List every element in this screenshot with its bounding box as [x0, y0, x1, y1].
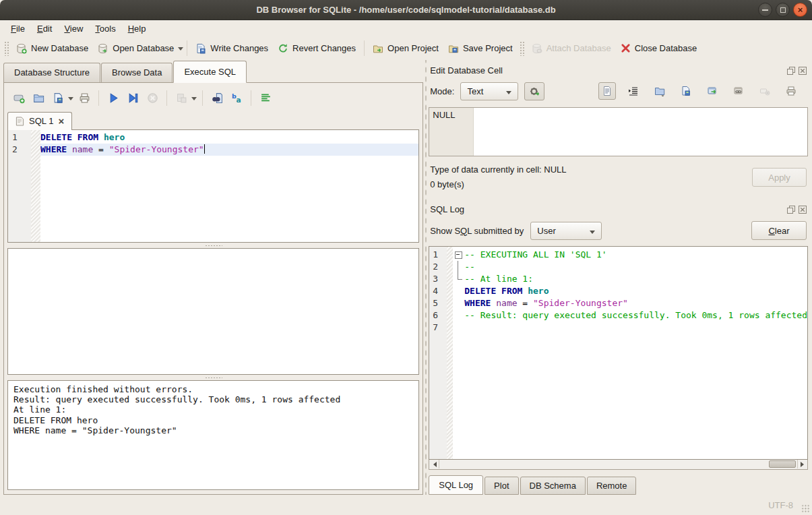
save-sql-dropdown-arrow[interactable]: [68, 97, 73, 103]
print-button[interactable]: [75, 89, 93, 107]
revert-changes-button[interactable]: Revert Changes: [273, 40, 361, 57]
dock-float-icon[interactable]: [787, 206, 795, 214]
code-line[interactable]: 2--: [429, 261, 807, 273]
open-sql-file-button[interactable]: [30, 89, 47, 107]
minimize-button[interactable]: [758, 3, 772, 17]
execute-line-button[interactable]: [124, 89, 142, 107]
menu-edit[interactable]: Edit: [31, 22, 58, 36]
print-cell-button[interactable]: [782, 82, 800, 100]
log-filter-select[interactable]: User: [530, 222, 602, 240]
dock-float-icon[interactable]: [787, 67, 795, 75]
toolbar-drag-handle[interactable]: [520, 41, 525, 56]
revert-changes-label: Revert Changes: [292, 43, 356, 53]
code-line[interactable]: 3-- At line 1:: [429, 273, 807, 285]
attach-database-icon: [532, 43, 542, 54]
set-null-icon: [759, 86, 770, 96]
autocomplete-button[interactable]: ba: [228, 89, 245, 107]
menu-view[interactable]: View: [58, 22, 89, 36]
execute-all-button[interactable]: [104, 89, 122, 107]
import-data-button[interactable]: [651, 82, 668, 100]
format-sql-button[interactable]: [257, 89, 274, 107]
cell-mode-row: Mode: Text: [429, 78, 808, 104]
resize-grip[interactable]: [801, 504, 810, 513]
log-filter-label: Show SQL submitted by: [430, 226, 524, 236]
scroll-right-arrow[interactable]: [797, 460, 807, 468]
tab-plot[interactable]: Plot: [485, 477, 518, 495]
open-project-button[interactable]: Open Project: [368, 40, 443, 57]
tab-database-structure[interactable]: Database Structure: [3, 63, 100, 82]
sql-tab[interactable]: SQL 1 ×: [7, 112, 72, 130]
new-database-icon: [16, 43, 27, 54]
tab-remote[interactable]: Remote: [587, 477, 637, 495]
cell-value-editor[interactable]: NULL: [429, 107, 808, 156]
code-line[interactable]: 1DELETE FROM hero: [8, 131, 418, 144]
find-replace-button[interactable]: [208, 89, 226, 107]
new-database-button[interactable]: New Database: [11, 40, 93, 57]
text-view-button[interactable]: [598, 82, 616, 100]
open-external-button[interactable]: [704, 82, 721, 100]
copy-link-button[interactable]: [730, 82, 747, 100]
new-query-tab-button[interactable]: [10, 89, 28, 107]
sql-log-view[interactable]: 1-- EXECUTING ALL IN 'SQL 1'2--3-- At li…: [429, 246, 808, 460]
tab-sql-log[interactable]: SQL Log: [429, 475, 483, 495]
code-line[interactable]: 7: [429, 322, 807, 334]
write-changes-label: Write Changes: [210, 43, 268, 53]
export-data-button[interactable]: [677, 82, 695, 100]
apply-button: Apply: [752, 168, 807, 187]
sql-doc-icon: [15, 117, 24, 126]
minimize-icon: [762, 9, 768, 11]
code-line[interactable]: 1-- EXECUTING ALL IN 'SQL 1': [429, 249, 807, 261]
save-results-dropdown-arrow: [191, 97, 197, 103]
edit-cell-title: Edit Database Cell: [430, 65, 784, 75]
attach-database-button: Attach Database: [527, 40, 616, 57]
write-changes-button[interactable]: Write Changes: [191, 40, 273, 57]
menu-file[interactable]: File: [5, 22, 31, 36]
messages-pane[interactable]: Execution finished without errors. Resul…: [7, 380, 419, 490]
close-database-button[interactable]: Close Database: [616, 40, 702, 56]
save-project-button[interactable]: Save Project: [443, 40, 518, 57]
panel-splitter[interactable]: [423, 60, 429, 495]
results-pane[interactable]: [7, 248, 419, 375]
execute-sql-page: ba SQL 1 × 1DELETE FROM hero2WHERE name …: [3, 82, 423, 495]
maximize-button[interactable]: [776, 3, 790, 17]
tab-db-schema[interactable]: DB Schema: [520, 477, 586, 495]
apply-format-button[interactable]: [524, 82, 544, 100]
dock-close-icon[interactable]: [799, 206, 807, 214]
menu-tools[interactable]: Tools: [89, 22, 121, 36]
execution-message: Execution finished without errors. Resul…: [8, 381, 418, 439]
letters-icon: ba: [231, 92, 243, 104]
clear-log-button[interactable]: Clear: [751, 221, 807, 240]
scroll-left-arrow[interactable]: [429, 460, 439, 468]
results-messages-splitter[interactable]: [7, 375, 419, 380]
code-line[interactable]: 5WHERE name = "Spider-Youngster": [429, 297, 807, 309]
sql-tab-close-icon[interactable]: ×: [58, 117, 64, 125]
mode-value: Text: [467, 86, 483, 96]
log-horizontal-scrollbar[interactable]: [429, 460, 808, 470]
left-panel: Database Structure Browse Data Execute S…: [3, 60, 423, 495]
svg-text:a: a: [236, 96, 241, 104]
tab-execute-sql[interactable]: Execute SQL: [173, 61, 247, 83]
cell-value-area[interactable]: [474, 108, 807, 156]
indent-button[interactable]: [625, 82, 642, 100]
sql-tab-bar: SQL 1 ×: [7, 109, 419, 129]
open-database-dropdown-arrow[interactable]: [178, 47, 183, 53]
menu-help[interactable]: Help: [122, 22, 152, 36]
sql-editor[interactable]: 1DELETE FROM hero2WHERE name = "Spider-Y…: [7, 129, 419, 243]
scrollbar-thumb[interactable]: [769, 460, 796, 468]
main-content: Database Structure Browse Data Execute S…: [0, 60, 812, 495]
toolbar-drag-handle[interactable]: [4, 41, 9, 56]
code-line[interactable]: 4DELETE FROM hero: [429, 285, 807, 297]
link-icon: [733, 86, 744, 96]
close-button[interactable]: ×: [793, 3, 807, 17]
code-line[interactable]: 6-- Result: query executed successfully.…: [429, 309, 807, 322]
code-line[interactable]: 2WHERE name = "Spider-Youngster": [8, 144, 418, 156]
toolbar-separator: [251, 90, 251, 106]
mode-select[interactable]: Text: [460, 82, 518, 100]
dock-close-icon[interactable]: [799, 67, 807, 75]
save-sql-file-button[interactable]: [49, 89, 67, 107]
editor-results-splitter[interactable]: [7, 243, 419, 248]
open-database-button[interactable]: Open Database: [93, 40, 179, 57]
find-icon: [212, 92, 223, 104]
title-bar[interactable]: DB Browser for SQLite - /home/user/code/…: [0, 0, 812, 20]
tab-browse-data[interactable]: Browse Data: [101, 63, 173, 82]
